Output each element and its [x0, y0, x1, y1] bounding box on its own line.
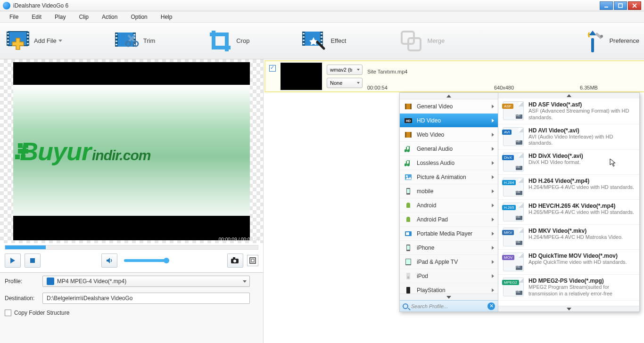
- category-item-picture-animation[interactable]: Picture & Animation: [400, 170, 498, 184]
- chevron-right-icon: [492, 147, 494, 151]
- trim-button[interactable]: Trim: [114, 28, 156, 54]
- snapshot-button[interactable]: [227, 253, 243, 268]
- format-item[interactable]: MPEG2HD MPEG2-PS Video(*.mpg)MPEG2 Progr…: [498, 275, 639, 301]
- category-label: Picture & Animation: [417, 174, 466, 180]
- merge-button[interactable]: Merge: [398, 28, 445, 54]
- category-item-iphone[interactable]: iPhone: [400, 241, 498, 255]
- video-content[interactable]: Buyurindir.com: [13, 85, 250, 216]
- stop-button[interactable]: [25, 253, 41, 268]
- dropdown-icon: [58, 40, 62, 42]
- svg-rect-35: [321, 36, 322, 38]
- general-video-icon: [405, 103, 412, 110]
- dropdown-icon: [243, 280, 247, 283]
- svg-rect-69: [406, 219, 410, 222]
- svg-rect-71: [406, 232, 409, 235]
- crop-icon: [207, 28, 233, 54]
- format-item[interactable]: AVIHD AVI Video(*.avi)AVI (Audio Video I…: [498, 124, 639, 150]
- format-scroll-down[interactable]: [498, 306, 639, 311]
- svg-rect-73: [407, 245, 410, 250]
- clear-search-button[interactable]: ✕: [487, 302, 495, 310]
- category-item-portable-media[interactable]: Portable Media Player: [400, 227, 498, 241]
- menu-option[interactable]: Option: [124, 12, 154, 22]
- audio-codec-select[interactable]: wmav2 (tı: [327, 65, 363, 75]
- menu-edit[interactable]: Edit: [25, 12, 48, 22]
- android-pad-icon: [405, 216, 412, 223]
- chevron-right-icon: [492, 274, 494, 278]
- mute-button[interactable]: [101, 253, 117, 268]
- svg-rect-12: [27, 40, 29, 41]
- add-file-label: Add File: [34, 37, 57, 44]
- maximize-button[interactable]: [614, 1, 627, 10]
- category-item-android[interactable]: Android: [400, 198, 498, 212]
- file-checkbox[interactable]: [269, 65, 276, 72]
- format-item[interactable]: H.265HD HEVC/H.265 4K Video(*.mp4)H.265/…: [498, 200, 639, 225]
- format-scroll-up[interactable]: [498, 93, 639, 98]
- format-item[interactable]: MKVHD MKV Video(*.mkv)H.264/MPEG-4 AVC H…: [498, 225, 639, 250]
- preference-button[interactable]: Preference: [580, 28, 639, 54]
- menu-file[interactable]: File: [3, 12, 25, 22]
- close-button[interactable]: [628, 1, 641, 10]
- format-item[interactable]: DivXHD DivX Video(*.avi)DivX HD Video fo…: [498, 150, 639, 175]
- category-item-web-video[interactable]: Web Video: [400, 128, 498, 142]
- category-item-ipod[interactable]: iPod: [400, 269, 498, 283]
- svg-rect-9: [7, 43, 9, 44]
- minimize-button[interactable]: [600, 1, 613, 10]
- svg-rect-34: [321, 33, 322, 34]
- playback-controls: [0, 251, 263, 272]
- menu-action[interactable]: Action: [95, 12, 124, 22]
- category-scroll-up[interactable]: [400, 93, 498, 99]
- category-item-general-video[interactable]: General Video: [400, 99, 498, 114]
- format-icon: MPEG2: [503, 278, 524, 296]
- chevron-right-icon: [492, 260, 494, 264]
- format-item[interactable]: ASFHD ASF Video(*.asf)ASF (Advanced Stre…: [498, 98, 639, 124]
- add-file-button[interactable]: Add File: [5, 28, 62, 54]
- chevron-right-icon: [492, 246, 494, 250]
- category-label: mobile: [417, 188, 433, 195]
- lossless-audio-icon: [405, 159, 412, 167]
- crop-button[interactable]: Crop: [207, 28, 249, 54]
- category-item-lossless-audio[interactable]: Lossless Audio: [400, 156, 498, 170]
- category-label: Android: [417, 202, 436, 209]
- chevron-right-icon: [492, 175, 494, 179]
- category-item-ipad[interactable]: iPad & Apple TV: [400, 255, 498, 269]
- file-row[interactable]: wmav2 (tı None Site Tanıtımı.mp4 MPEG4 0…: [264, 60, 644, 92]
- volume-slider[interactable]: [124, 259, 166, 262]
- svg-rect-20: [116, 44, 117, 45]
- svg-rect-36: [321, 40, 322, 41]
- profile-select[interactable]: MP4 MPEG-4 Video(*.mp4): [42, 276, 250, 287]
- format-name: HD H.264 Video(*.mp4): [528, 178, 635, 184]
- menu-play[interactable]: Play: [48, 12, 72, 22]
- svg-rect-30: [303, 33, 305, 34]
- fullscreen-button[interactable]: [247, 255, 258, 266]
- format-name: HD MPEG2-PS Video(*.mpg): [528, 278, 635, 284]
- format-desc: H.265/MPEG-4 AVC video with HD standards…: [528, 209, 635, 216]
- copy-folder-checkbox[interactable]: [5, 310, 11, 316]
- menu-help[interactable]: Help: [154, 12, 179, 22]
- playback-progress[interactable]: [5, 245, 258, 250]
- category-item-android-pad[interactable]: Android Pad: [400, 212, 498, 227]
- format-item[interactable]: H.264HD H.264 Video(*.mp4)H.264/MPEG-4 A…: [498, 175, 639, 200]
- window-buttons: [600, 1, 641, 10]
- format-name: HD HEVC/H.265 4K Video(*.mp4): [528, 203, 635, 209]
- destination-label: Destination:: [5, 295, 42, 302]
- category-label: iPhone: [417, 245, 434, 251]
- format-name: HD MKV Video(*.mkv): [528, 228, 635, 234]
- svg-rect-8: [7, 40, 9, 41]
- search-profile-input[interactable]: [411, 303, 485, 309]
- category-item-mobile[interactable]: mobile: [400, 184, 498, 198]
- destination-input[interactable]: [42, 293, 250, 304]
- menu-clip[interactable]: Clip: [72, 12, 95, 22]
- trim-icon: [114, 28, 140, 54]
- format-name: HD ASF Video(*.asf): [528, 101, 635, 108]
- portable-media-icon: [405, 230, 412, 237]
- effect-button[interactable]: Effect: [301, 28, 346, 54]
- category-scroll-down[interactable]: [400, 294, 498, 300]
- play-button[interactable]: [5, 253, 21, 268]
- svg-rect-33: [303, 43, 305, 44]
- subtitle-select[interactable]: None: [327, 78, 363, 88]
- svg-rect-56: [410, 104, 412, 109]
- format-item[interactable]: MOVHD QuickTime MOV Video(*.mov)Apple Qu…: [498, 250, 639, 275]
- category-item-general-audio[interactable]: General Audio: [400, 142, 498, 156]
- chevron-right-icon: [492, 232, 494, 236]
- category-item-hd-video[interactable]: HDHD Video: [400, 114, 498, 128]
